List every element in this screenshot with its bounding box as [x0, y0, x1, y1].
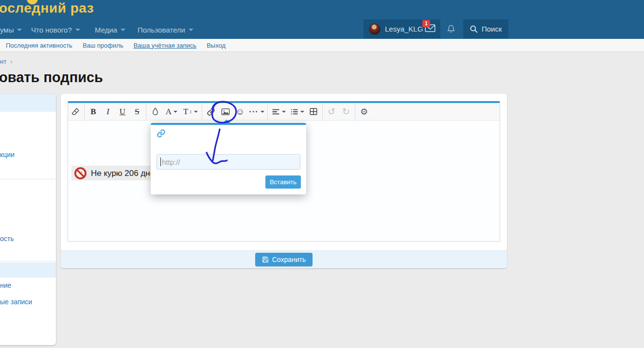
site-header: оследний раз умы Что нового? Медиа Польз… [0, 0, 644, 39]
nav-item-whats-new[interactable]: Что нового? [31, 23, 80, 36]
search-label: Поиск [482, 25, 502, 33]
italic-button[interactable]: I [101, 103, 115, 120]
text-cursor [160, 157, 161, 166]
sidebar-item-activity[interactable]: ость [0, 235, 14, 243]
undo-button[interactable]: ↺ [324, 103, 339, 120]
avatar[interactable] [369, 23, 381, 35]
nav-item-users[interactable]: Пользователи [138, 23, 193, 36]
chevron-down-icon [75, 29, 80, 31]
toolbar-separator [202, 103, 202, 120]
list-button[interactable] [288, 103, 306, 120]
insert-button[interactable]: Вставить [265, 175, 301, 189]
sidebar-item-entries[interactable]: ые записи [0, 298, 32, 306]
size-arrows-icon: ↕ [189, 109, 192, 114]
popup-arrow-icon [223, 120, 230, 123]
chevron-down-icon [194, 111, 198, 113]
gear-icon: ⚙ [360, 106, 368, 117]
divider [0, 261, 56, 261]
subnav-latest-activity[interactable]: Последняя активность [6, 42, 72, 49]
image-url-field-wrap [157, 154, 300, 170]
nav-item-label: умы [0, 26, 14, 34]
more-options-button[interactable]: ··· [247, 103, 266, 120]
table-icon [309, 107, 318, 116]
alignment-button[interactable] [269, 103, 288, 120]
chevron-down-icon [261, 111, 264, 113]
insert-link-button[interactable] [204, 103, 218, 120]
image-url-input[interactable] [157, 154, 300, 170]
chevron-down-icon [121, 29, 125, 31]
save-button[interactable]: Сохранить [255, 253, 313, 266]
save-floppy-icon [262, 256, 269, 263]
toolbar-separator [84, 103, 85, 120]
popup-accent-bar [151, 123, 306, 125]
image-url-tab[interactable] [157, 129, 166, 140]
bold-button[interactable]: B [86, 103, 101, 120]
breadcrumb-link[interactable]: нт [0, 58, 6, 65]
no-smoking-icon [74, 167, 87, 180]
image-icon [221, 107, 230, 116]
underline-button[interactable]: U [115, 103, 130, 120]
subnav-your-account[interactable]: Ваша учётная запись [134, 42, 196, 49]
redo-button[interactable]: ↻ [339, 103, 353, 120]
chevron-down-icon [282, 111, 286, 113]
alerts-button[interactable] [446, 24, 456, 35]
align-left-icon [272, 108, 280, 116]
save-button-label: Сохранить [272, 256, 306, 263]
account-sidebar: кции ость ние ые записи [0, 94, 56, 345]
nav-item-label: Пользователи [138, 26, 185, 34]
toolbar-separator [355, 103, 355, 120]
insert-table-button[interactable] [306, 103, 321, 120]
divider [421, 19, 421, 38]
subnav-logout[interactable]: Выход [207, 42, 226, 49]
chevron-down-icon [174, 111, 177, 113]
breadcrumb-separator: › [10, 58, 12, 65]
chevron-down-icon [189, 29, 193, 31]
search-button[interactable]: Поиск [463, 19, 508, 38]
link-icon [157, 129, 166, 138]
strikethrough-button[interactable]: S [130, 103, 144, 120]
insert-image-popup: Вставить [151, 123, 306, 194]
sidebar-highlighted-item[interactable] [0, 262, 56, 278]
account-subnav: Последняя активность Ваш профиль Ваша уч… [0, 39, 644, 52]
site-logo[interactable]: оследний раз [0, 0, 94, 16]
username: Lesya_KLG [385, 25, 423, 33]
redo-icon: ↻ [342, 107, 350, 116]
smiley-icon: ☺ [235, 107, 244, 116]
search-icon [470, 25, 478, 34]
subnav-your-profile[interactable]: Ваш профиль [83, 42, 123, 49]
font-size-button[interactable]: T ↕ [181, 103, 200, 120]
form-footer: Сохранить [61, 250, 507, 268]
more-dots-icon: ··· [249, 107, 259, 116]
text-color-button[interactable] [148, 103, 162, 120]
undo-icon: ↺ [328, 107, 335, 116]
breadcrumb: нт › [0, 58, 12, 65]
divider [0, 179, 56, 179]
bell-icon [446, 24, 456, 35]
editor-toolbar: B I U S A T ↕ [68, 103, 500, 121]
page-title: овать подпись [0, 70, 103, 86]
remove-format-button[interactable] [68, 103, 83, 120]
list-icon [290, 108, 298, 116]
nav-item-label: Что нового? [31, 26, 72, 34]
link-icon [207, 107, 215, 116]
nav-item-forums[interactable]: умы [0, 23, 22, 36]
toolbar-separator [322, 103, 323, 120]
chevron-down-icon [17, 29, 22, 31]
unread-mail-badge: 1 [422, 20, 430, 27]
font-family-button[interactable]: A [162, 103, 181, 120]
sidebar-item-reactions[interactable]: кции [0, 151, 15, 158]
forum-signature-edit-page: оследний раз умы Что нового? Медиа Польз… [0, 0, 644, 348]
nav-item-media[interactable]: Медиа [95, 23, 125, 36]
nav-item-label: Медиа [95, 26, 117, 34]
sidebar-item[interactable]: ние [0, 281, 11, 289]
sidebar-selected-item[interactable] [0, 94, 56, 112]
toolbar-separator [267, 103, 268, 120]
insert-image-button[interactable] [218, 103, 233, 120]
toolbar-separator [146, 103, 146, 120]
editor-settings-button[interactable]: ⚙ [357, 103, 371, 120]
eraser-icon [71, 107, 80, 116]
droplet-icon [151, 107, 159, 116]
chevron-down-icon [300, 111, 304, 113]
insert-smilie-button[interactable]: ☺ [233, 103, 247, 120]
